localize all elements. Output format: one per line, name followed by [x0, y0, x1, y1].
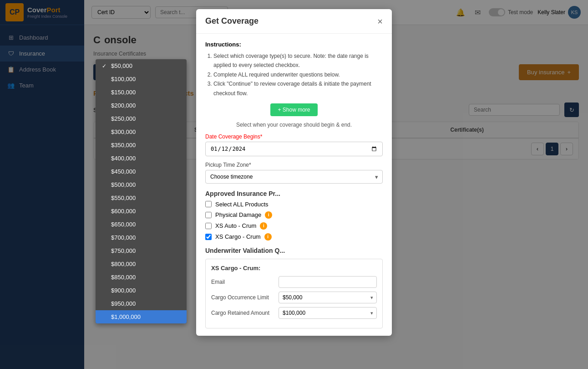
modal-overlay[interactable]: Get Coverage × Instructions: Select whic… [0, 0, 588, 369]
cargo-occ-row: Cargo Occurrence Limit $50,000 [211, 292, 377, 303]
dropdown-option-label: $700,000 [111, 234, 136, 241]
dropdown-item-200k[interactable]: $200,000 [96, 99, 187, 112]
check-icon: ✓ [102, 63, 108, 69]
xs-auto-info-icon[interactable]: i [260, 222, 267, 230]
dropdown-item-100k[interactable]: $100,000 [96, 72, 187, 86]
dropdown-option-label: $800,000 [111, 261, 136, 267]
dropdown-item-550k[interactable]: $550,000 [96, 191, 187, 205]
dropdown-item-300k[interactable]: $300,000 [96, 125, 187, 138]
cargo-retained-label: Cargo Retained Amount [211, 310, 275, 316]
date-coverage-input[interactable] [205, 142, 383, 156]
dropdown-option-label: $650,000 [111, 221, 136, 228]
instruction-1: Select which coverage type(s) to secure.… [213, 51, 383, 70]
timezone-label: Pickup Time Zone* [205, 162, 383, 168]
dropdown-option-label: $250,000 [111, 115, 136, 122]
instruction-2: Complete ALL required underwriter questi… [213, 70, 383, 79]
xs-auto-label: XS Auto - Crum [215, 222, 256, 229]
dropdown-option-label: $1,000,000 [111, 313, 141, 320]
dropdown-option-label: $500,000 [111, 181, 136, 188]
dropdown-item-850k[interactable]: $850,000 [96, 271, 187, 284]
modal: Get Coverage × Instructions: Select whic… [196, 9, 392, 336]
dropdown-item-800k[interactable]: $800,000 [96, 257, 187, 271]
modal-close-button[interactable]: × [377, 17, 383, 26]
xs-auto-row: XS Auto - Crum i [205, 222, 383, 230]
xs-cargo-checkbox[interactable] [205, 234, 212, 240]
timezone-select-wrapper: Choose timezone [205, 170, 383, 184]
email-field-row: Email [211, 276, 377, 288]
show-more-button[interactable]: + Show more [270, 103, 317, 116]
timezone-group: Pickup Time Zone* Choose timezone [205, 162, 383, 184]
occurrence-limit-dropdown[interactable]: ✓ $50,000 $100,000 $150,000 $200,000 $25… [96, 59, 187, 323]
select-all-label: Select ALL Products [215, 201, 269, 208]
dropdown-item-950k[interactable]: $950,000 [96, 297, 187, 310]
instructions-title: Instructions: [205, 41, 383, 48]
select-all-checkbox[interactable] [205, 201, 212, 207]
dropdown-item-1m[interactable]: $1,000,000 [96, 310, 187, 323]
dropdown-item-400k[interactable]: $400,000 [96, 152, 187, 165]
timezone-select[interactable]: Choose timezone [205, 170, 383, 184]
dropdown-option-label: $300,000 [111, 128, 136, 135]
dropdown-option-label: $400,000 [111, 155, 136, 162]
modal-body: Instructions: Select which coverage type… [196, 34, 392, 336]
date-coverage-label: Date Coverage Begins* [205, 133, 383, 140]
dropdown-option-label: $850,000 [111, 274, 136, 281]
select-all-row: Select ALL Products [205, 201, 383, 208]
cargo-occ-label: Cargo Occurrence Limit [211, 294, 275, 301]
cargo-occ-select-wrapper: $50,000 [279, 292, 377, 303]
physical-damage-info-icon[interactable]: i [265, 211, 272, 219]
dropdown-option-label: $200,000 [111, 102, 136, 109]
xs-auto-checkbox[interactable] [205, 223, 212, 229]
dropdown-option-label: $600,000 [111, 208, 136, 215]
email-input[interactable] [279, 276, 377, 288]
dropdown-option-label: $50,000 [111, 62, 132, 69]
dropdown-option-label: $900,000 [111, 287, 136, 294]
dropdown-item-50k[interactable]: ✓ $50,000 [96, 59, 187, 72]
dropdown-option-label: $100,000 [111, 76, 136, 82]
date-coverage-group: Date Coverage Begins* [205, 133, 383, 156]
physical-damage-checkbox[interactable] [205, 212, 212, 218]
dropdown-option-label: $950,000 [111, 300, 136, 307]
dropdown-item-500k[interactable]: $500,000 [96, 178, 187, 191]
cargo-retained-select[interactable]: $100,000 [279, 307, 377, 319]
dropdown-item-150k[interactable]: $150,000 [96, 86, 187, 99]
modal-header: Get Coverage × [196, 9, 392, 34]
dropdown-item-350k[interactable]: $350,000 [96, 138, 187, 152]
email-label: Email [211, 279, 275, 285]
underwriter-title: XS Cargo - Crum: [211, 265, 377, 272]
dropdown-item-900k[interactable]: $900,000 [96, 284, 187, 297]
dropdown-item-600k[interactable]: $600,000 [96, 205, 187, 218]
physical-damage-row: Physical Damage i [205, 211, 383, 219]
xs-cargo-label: XS Cargo - Crum [215, 233, 261, 240]
dropdown-item-250k[interactable]: $250,000 [96, 112, 187, 125]
physical-damage-label: Physical Damage [215, 211, 261, 218]
underwriter-section-label: Underwriter Validation Q... [205, 247, 383, 254]
dropdown-option-label: $350,000 [111, 142, 136, 149]
modal-title: Get Coverage [205, 16, 259, 26]
cargo-retained-row: Cargo Retained Amount $100,000 [211, 307, 377, 319]
dropdown-option-label: $150,000 [111, 89, 136, 96]
instructions-list: Select which coverage type(s) to secure.… [205, 51, 383, 98]
products-section-label: Approved Insurance Pr... [205, 190, 383, 197]
cargo-occ-select[interactable]: $50,000 [279, 292, 377, 303]
underwriter-section: XS Cargo - Crum: Email Cargo Occurrence … [205, 259, 383, 328]
instruction-3: Click "Continue" to review coverage deta… [213, 79, 383, 98]
dropdown-option-label: $450,000 [111, 168, 136, 175]
dropdown-item-700k[interactable]: $700,000 [96, 231, 187, 244]
xs-cargo-row: XS Cargo - Crum i [205, 233, 383, 241]
dropdown-item-750k[interactable]: $750,000 [96, 244, 187, 257]
dropdown-item-450k[interactable]: $450,000 [96, 165, 187, 178]
xs-cargo-info-icon[interactable]: i [264, 233, 272, 241]
coverage-dates-note: Select when your coverage should begin &… [205, 122, 383, 128]
dropdown-option-label: $750,000 [111, 247, 136, 254]
cargo-retained-select-wrapper: $100,000 [279, 307, 377, 319]
dropdown-option-label: $550,000 [111, 195, 136, 201]
dropdown-item-650k[interactable]: $650,000 [96, 218, 187, 231]
